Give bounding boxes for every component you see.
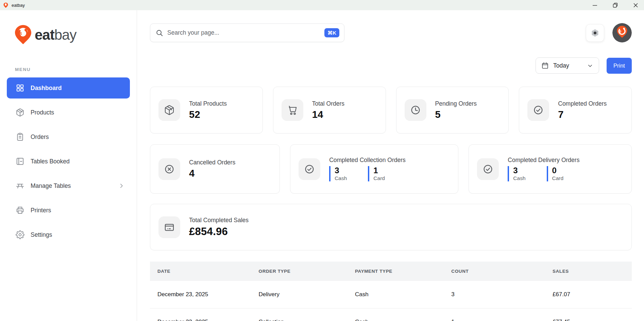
- menu-section-label: MENU: [15, 67, 137, 72]
- breakdown-cash: 3 Cash: [508, 166, 525, 181]
- stat-card-pending-orders: Pending Orders 5: [396, 87, 509, 133]
- stat-title: Pending Orders: [435, 100, 477, 107]
- package-icon: [158, 99, 180, 121]
- stat-value: 4: [189, 168, 235, 179]
- credit-card-icon: [158, 216, 180, 238]
- app-pin-icon: [3, 2, 9, 8]
- calendar-icon: [541, 62, 549, 69]
- stat-title: Completed Orders: [558, 100, 607, 107]
- sidebar-item-label: Manage Tables: [31, 182, 71, 190]
- breakdown-label: Card: [373, 175, 385, 181]
- cell-payment-type: Cash: [348, 308, 444, 321]
- breakdown-card: 0 Card: [547, 166, 564, 181]
- col-header-date: DATE: [150, 262, 251, 281]
- cell-sales: £67.07: [545, 281, 632, 308]
- stat-value: £854.96: [189, 226, 249, 238]
- titlebar: eatbay: [0, 0, 644, 10]
- cell-date: December 23, 2025: [150, 308, 251, 321]
- stat-value: 14: [312, 109, 344, 120]
- cell-count: 1: [444, 308, 545, 321]
- sidebar-item-label: Printers: [31, 207, 51, 214]
- print-button[interactable]: Print: [607, 58, 632, 74]
- table-header-row: DATE ORDER TYPE PAYMENT TYPE COUNT SALES: [150, 262, 632, 281]
- cell-date: December 23, 2025: [150, 281, 251, 308]
- sidebar-nav: Dashboard Products Orders Tables Booked: [0, 77, 137, 245]
- col-header-order-type: ORDER TYPE: [251, 262, 348, 281]
- grid-icon: [16, 84, 24, 92]
- stat-title: Cancelled Orders: [189, 159, 235, 166]
- cell-sales: £77.45: [545, 308, 632, 321]
- clock-icon: [405, 99, 426, 121]
- breakdown-cash: 3 Cash: [329, 166, 347, 181]
- sales-table: DATE ORDER TYPE PAYMENT TYPE COUNT SALES…: [150, 262, 632, 321]
- check-circle-icon: [477, 158, 499, 180]
- sidebar-item-orders[interactable]: Orders: [7, 126, 130, 147]
- sidebar-item-label: Dashboard: [31, 85, 62, 92]
- sidebar-item-printers[interactable]: Printers: [7, 200, 130, 221]
- user-avatar[interactable]: [612, 23, 632, 42]
- col-header-sales: SALES: [545, 262, 632, 281]
- search-icon: [156, 29, 163, 37]
- sidebar-item-dashboard[interactable]: Dashboard: [7, 77, 130, 99]
- stat-card-completed-orders: Completed Orders 7: [519, 87, 632, 133]
- table-row: December 23, 2025 Delivery Cash 3 £67.07: [150, 281, 632, 308]
- restore-button[interactable]: [612, 2, 618, 8]
- x-circle-icon: [158, 158, 180, 180]
- printer-icon: [16, 206, 24, 215]
- date-filter-dropdown[interactable]: Today: [536, 57, 599, 74]
- stat-value: 52: [189, 109, 227, 120]
- logo-wordmark: eatbay: [35, 27, 76, 43]
- stat-card-total-orders: Total Orders 14: [273, 87, 386, 133]
- cell-order-type: Collection: [251, 308, 348, 321]
- check-circle-icon: [527, 99, 549, 121]
- keyboard-shortcut-badge: ⌘K: [324, 28, 339, 37]
- breakdown-value: 1: [373, 166, 385, 175]
- eatbay-logo: eatbay: [14, 24, 137, 46]
- col-header-count: COUNT: [444, 262, 545, 281]
- search-input[interactable]: [167, 29, 324, 36]
- stat-title: Total Products: [189, 100, 227, 107]
- clipboard-icon: [16, 132, 24, 141]
- sidebar-item-products[interactable]: Products: [7, 102, 130, 123]
- breakdown-label: Cash: [335, 175, 347, 181]
- stat-title: Completed Collection Orders: [329, 157, 406, 164]
- stat-title: Total Orders: [312, 100, 344, 107]
- sidebar-item-settings[interactable]: Settings: [7, 224, 130, 245]
- stat-value: 5: [435, 109, 477, 120]
- package-icon: [16, 108, 24, 117]
- chevron-down-icon: [587, 63, 593, 69]
- stat-card-completed-delivery-orders: Completed Delivery Orders 3 Cash 0 Card: [469, 144, 632, 194]
- window-title: eatbay: [12, 3, 25, 8]
- stat-card-completed-collection-orders: Completed Collection Orders 3 Cash 1 Car…: [290, 144, 458, 194]
- chevron-right-icon: [118, 183, 124, 189]
- date-filter-label: Today: [553, 62, 569, 69]
- stat-card-cancelled-orders: Cancelled Orders 4: [150, 144, 280, 194]
- table-row: December 23, 2025 Collection Cash 1 £77.…: [150, 308, 632, 321]
- sidebar-item-tables-booked[interactable]: Tables Booked: [7, 151, 130, 172]
- cell-order-type: Delivery: [251, 281, 348, 308]
- breakdown-value: 0: [552, 166, 564, 175]
- cell-count: 3: [444, 281, 545, 308]
- breakdown-label: Cash: [513, 175, 525, 181]
- sidebar-item-label: Tables Booked: [31, 158, 70, 165]
- breakdown-label: Card: [552, 175, 564, 181]
- panel-note-icon: [16, 157, 24, 166]
- search-bar[interactable]: ⌘K: [150, 23, 344, 42]
- main-content: ⌘K Today: [137, 10, 644, 321]
- gear-icon: [16, 230, 24, 239]
- sidebar-item-label: Settings: [31, 231, 52, 238]
- minimize-button[interactable]: [592, 2, 598, 8]
- col-header-payment-type: PAYMENT TYPE: [348, 262, 444, 281]
- breakdown-card: 1 Card: [368, 166, 385, 181]
- cart-icon: [282, 99, 303, 121]
- breakdown-value: 3: [513, 166, 525, 175]
- cell-payment-type: Cash: [348, 281, 444, 308]
- stat-card-total-products: Total Products 52: [150, 87, 263, 133]
- sidebar: eatbay MENU Dashboard Products Orders: [0, 10, 137, 321]
- sidebar-item-manage-tables[interactable]: Manage Tables: [7, 175, 130, 196]
- sidebar-item-label: Products: [31, 109, 54, 116]
- settings-button[interactable]: [586, 24, 604, 42]
- stat-value: 7: [558, 109, 607, 120]
- close-icon[interactable]: [632, 2, 639, 8]
- eatbay-pin-icon: [14, 24, 33, 46]
